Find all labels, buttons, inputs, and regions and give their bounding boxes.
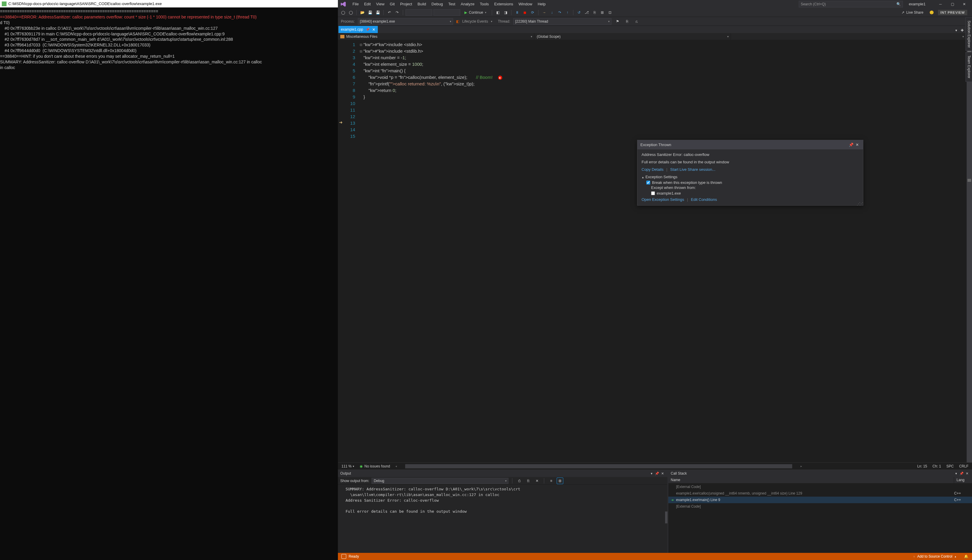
start-liveshare-link[interactable]: Start Live Share session... [670, 167, 715, 172]
nav-back-button[interactable]: ◯ [340, 9, 346, 16]
callstack-columns[interactable]: Name Lang [668, 477, 972, 483]
menu-tools[interactable]: Tools [477, 1, 491, 7]
tb-icon-4[interactable]: ⎇ [583, 9, 590, 16]
zoom-level[interactable]: 111 %▾ [341, 464, 354, 468]
output-pin-button[interactable]: 📌 [655, 471, 660, 476]
menu-build[interactable]: Build [415, 1, 429, 7]
code-editor[interactable]: ➜ 123456789101112131415 ⊟⊟ "kw">#"kw">in… [338, 40, 972, 462]
output-tb-3[interactable]: ✕ [534, 478, 540, 484]
lifecycle-label[interactable]: Lifecycle Events [462, 19, 488, 23]
tab-plus-button[interactable]: ✚ [960, 28, 965, 33]
nav-member-dropdown[interactable] [731, 33, 966, 40]
maximize-button[interactable]: ▢ [946, 0, 958, 8]
menu-window[interactable]: Window [516, 1, 535, 7]
tb-icon-5[interactable]: ⎘ [591, 9, 598, 16]
flag-icon[interactable]: ⚑ [615, 18, 621, 25]
process-dropdown[interactable]: [38840] example1.exe [358, 18, 453, 25]
open-file-button[interactable]: 📂 [359, 9, 366, 16]
pin-icon[interactable]: 📌 [366, 28, 370, 32]
pause-button[interactable]: ⏸ [514, 9, 520, 16]
horizontal-scrollbar[interactable] [405, 464, 792, 468]
tb-icon-2[interactable]: ◨ [502, 9, 509, 16]
indent-indicator[interactable]: SPC [946, 464, 954, 468]
output-tb-1[interactable]: ⎙ [516, 478, 523, 484]
callstack-rows[interactable]: [External Code]example1.exe!calloc(unsig… [668, 483, 972, 553]
source-control-caret-icon[interactable]: ▴ [955, 555, 956, 558]
menu-test[interactable]: Test [446, 1, 458, 7]
tb-icon-3[interactable]: ↺ [576, 9, 582, 16]
undo-button[interactable]: ↶ [386, 9, 392, 16]
panel-splitter[interactable] [665, 512, 668, 523]
search-input[interactable]: Search (Ctrl+Q) 🔍 [799, 1, 903, 7]
console-titlebar[interactable]: C:\MSDN\cpp-docs-pr\docs\c-language\ASAN… [0, 0, 338, 7]
vertical-scrollbar[interactable] [967, 40, 972, 462]
output-close-button[interactable]: ✕ [660, 471, 665, 476]
code-text[interactable]: "kw">#"kw">include <stdio.h>"kw">#"kw">i… [363, 40, 972, 462]
col-indicator[interactable]: Ch: 1 [932, 464, 941, 468]
output-tb-4[interactable]: ⊞ [557, 478, 563, 484]
nav-fwd-button[interactable]: ◯ [347, 9, 354, 16]
output-tb-2[interactable]: ⎘ [525, 478, 531, 484]
step-out-button[interactable]: ↑ [564, 9, 571, 16]
menu-project[interactable]: Project [397, 1, 415, 7]
nav-scope-dropdown[interactable]: (Global Scope) [534, 33, 731, 40]
issues-indicator[interactable]: ◉No issues found [360, 464, 390, 468]
output-text[interactable]: SUMMARY: AddressSanitizer: calloc-overfl… [338, 485, 668, 553]
close-button[interactable]: ✕ [958, 0, 970, 8]
tab-example1[interactable]: example1.cpp 📌 ✕ [339, 26, 378, 33]
side-tab-solution-explorer[interactable]: Solution Explorer [965, 17, 972, 51]
output-dropdown-button[interactable]: ▾ [649, 471, 655, 476]
add-source-control-button[interactable]: Add to Source Control [917, 554, 952, 558]
except-item-checkbox[interactable]: example1.exe [651, 191, 859, 195]
tab-close-icon[interactable]: ✕ [372, 27, 376, 32]
minimize-button[interactable]: ─ [935, 0, 946, 8]
lifecycle-icon[interactable]: ◧ [456, 19, 459, 23]
edit-conditions-link[interactable]: Edit Conditions [691, 197, 717, 202]
tb-icon-1[interactable]: ◧ [494, 9, 501, 16]
callstack-dropdown-button[interactable]: ▾ [954, 471, 959, 476]
output-wrap-button[interactable]: ≡ [548, 478, 554, 484]
feedback-icon[interactable]: 🙂 [929, 10, 934, 15]
exception-settings-expander[interactable]: ▲Exception Settings [641, 175, 859, 179]
exception-pin-button[interactable]: 📌 [848, 143, 854, 147]
show-next-stmt-button[interactable]: → [541, 9, 548, 16]
callstack-row[interactable]: ➜example1.exe!main() Line 9C++ [668, 497, 972, 503]
open-exception-settings-link[interactable]: Open Exception Settings [641, 197, 684, 202]
config-dropdown[interactable] [406, 9, 432, 16]
stop-button[interactable]: ◼ [521, 9, 528, 16]
tb-icon-6[interactable]: ⊞ [599, 9, 606, 16]
callstack-close-button[interactable]: ✕ [964, 471, 970, 476]
callstack-row[interactable]: [External Code] [668, 503, 972, 510]
threads-icon[interactable]: ⎘ [624, 18, 631, 25]
copy-details-link[interactable]: Copy Details [641, 167, 663, 172]
restart-button[interactable]: ⟳ [529, 9, 536, 16]
tab-overflow-button[interactable]: ▾ [954, 28, 959, 33]
callstack-row[interactable]: example1.exe!calloc(unsigned __int64 nme… [668, 490, 972, 497]
thread-dropdown[interactable]: [22260] Main Thread [513, 18, 611, 25]
nav-project-dropdown[interactable]: Miscellaneous Files [338, 33, 534, 40]
notifications-icon[interactable]: 🔔 [964, 554, 969, 558]
menu-analyze[interactable]: Analyze [458, 1, 477, 7]
redo-button[interactable]: ↷ [394, 9, 401, 16]
callstack-row[interactable]: [External Code] [668, 483, 972, 490]
menu-view[interactable]: View [373, 1, 387, 7]
save-button[interactable]: 💾 [367, 9, 373, 16]
exception-close-button[interactable]: ✕ [854, 143, 860, 147]
side-tab-team-explorer[interactable]: Team Explorer [965, 52, 972, 82]
output-source-dropdown[interactable]: Debug [372, 478, 508, 484]
step-into-button[interactable]: ↓ [549, 9, 555, 16]
menu-debug[interactable]: Debug [429, 1, 445, 7]
continue-button[interactable]: ▶ Continue ▾ [461, 9, 489, 16]
break-checkbox[interactable]: Break when this exception type is thrown [646, 180, 859, 185]
line-indicator[interactable]: Ln: 15 [917, 464, 927, 468]
save-all-button[interactable]: 💾 [374, 9, 381, 16]
step-over-button[interactable]: ↷ [556, 9, 563, 16]
menu-git[interactable]: Git [387, 1, 397, 7]
resize-grip-icon[interactable]: ⋰⋰ [857, 203, 862, 205]
menu-edit[interactable]: Edit [361, 1, 373, 7]
menu-help[interactable]: Help [535, 1, 548, 7]
stackframe-icon[interactable]: ⎌ [633, 18, 640, 25]
outlining-margin[interactable]: ⊟⊟ [359, 40, 363, 462]
platform-dropdown[interactable] [433, 9, 460, 16]
live-share-button[interactable]: ↗ Live Share 🙂 INT PREVIEW [899, 10, 970, 15]
